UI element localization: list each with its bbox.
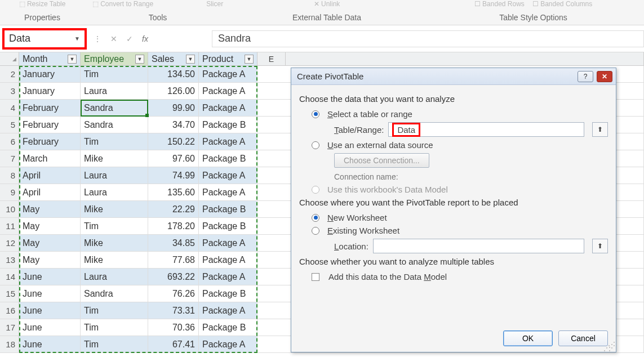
cell-employee[interactable]: Laura xyxy=(81,167,148,184)
cell-sales[interactable]: 67.41 xyxy=(148,336,199,352)
cell-month[interactable]: May xyxy=(19,201,81,217)
cell-product[interactable]: Package A xyxy=(199,269,257,285)
row-header[interactable]: 6 xyxy=(0,133,19,150)
cell-sales[interactable]: 693.22 xyxy=(148,269,199,285)
close-button[interactable]: ✕ xyxy=(597,71,612,82)
col-header-sales[interactable]: Sales▼ xyxy=(148,52,199,65)
row-header[interactable]: 17 xyxy=(0,319,19,336)
cell-product[interactable]: Package A xyxy=(199,133,257,150)
location-input[interactable] xyxy=(373,239,584,253)
cell-sales[interactable]: 134.50 xyxy=(148,66,199,82)
row-header[interactable]: 7 xyxy=(0,150,19,167)
cell-product[interactable]: Package B xyxy=(199,218,257,234)
cell-product[interactable]: Package B xyxy=(199,201,257,217)
cell-month[interactable]: February xyxy=(19,133,81,150)
cell-employee[interactable]: Sandra xyxy=(81,100,148,116)
cell-sales[interactable]: 22.29 xyxy=(148,201,199,217)
cell-month[interactable]: February xyxy=(19,117,81,133)
cell-month[interactable]: April xyxy=(19,167,81,184)
cell-sales[interactable]: 97.60 xyxy=(148,150,199,167)
convert-to-range-action[interactable]: ⬚ Convert to Range xyxy=(92,0,153,8)
ok-button[interactable]: OK xyxy=(503,330,553,346)
cell-employee[interactable]: Tim xyxy=(81,66,148,82)
cell-employee[interactable]: Mike xyxy=(81,150,148,167)
banded-cols-check[interactable]: ☐ Banded Columns xyxy=(532,0,592,8)
row-header[interactable]: 10 xyxy=(0,201,19,217)
row-header[interactable]: 2 xyxy=(0,66,19,82)
cell-employee[interactable]: Sandra xyxy=(81,117,148,133)
radio-new-worksheet[interactable] xyxy=(312,214,319,222)
row-header[interactable]: 18 xyxy=(0,336,19,352)
cell-sales[interactable]: 99.90 xyxy=(148,100,199,116)
cancel-formula-icon[interactable]: ✕ xyxy=(110,34,117,43)
cell-product[interactable]: Package A xyxy=(199,184,257,200)
cell-sales[interactable]: 74.99 xyxy=(148,167,199,184)
resize-table-action[interactable]: ⬚ Resize Table xyxy=(19,0,66,8)
cell-employee[interactable]: Mike xyxy=(81,235,148,251)
cell-month[interactable]: February xyxy=(19,100,81,116)
cell-product[interactable]: Package A xyxy=(199,167,257,184)
fx-icon[interactable]: fx xyxy=(142,34,148,43)
cell-employee[interactable]: Laura xyxy=(81,83,148,99)
name-box[interactable]: Data ▼ xyxy=(2,28,87,50)
cell-employee[interactable]: Tim xyxy=(81,133,148,150)
checkbox-add-to-model[interactable] xyxy=(312,273,319,281)
cell-product[interactable]: Package B xyxy=(199,150,257,167)
col-header-month[interactable]: Month▼ xyxy=(19,52,81,65)
row-header[interactable]: 8 xyxy=(0,167,19,184)
help-button[interactable]: ? xyxy=(578,71,593,82)
cell-sales[interactable]: 34.70 xyxy=(148,117,199,133)
unlink-action[interactable]: ✕ Unlink xyxy=(314,0,340,8)
row-header[interactable]: 12 xyxy=(0,235,19,251)
cell-sales[interactable]: 73.31 xyxy=(148,302,199,319)
accept-formula-icon[interactable]: ✓ xyxy=(126,34,133,43)
col-header-rest[interactable] xyxy=(286,52,644,65)
radio-existing-worksheet[interactable] xyxy=(312,227,319,235)
cell-sales[interactable]: 70.36 xyxy=(148,319,199,336)
cell-month[interactable]: June xyxy=(19,302,81,319)
cell-employee[interactable]: Tim xyxy=(81,302,148,319)
filter-dropdown-icon[interactable]: ▼ xyxy=(68,55,77,64)
cell-product[interactable]: Package A xyxy=(199,302,257,319)
cell-employee[interactable]: Sandra xyxy=(81,285,148,302)
cell-sales[interactable]: 76.26 xyxy=(148,285,199,302)
col-header-product[interactable]: Product▼ xyxy=(199,52,257,65)
row-header[interactable]: 5 xyxy=(0,117,19,133)
create-pivottable-dialog[interactable]: Create PivotTable ? ✕ Choose the data th… xyxy=(291,68,616,352)
cell-product[interactable]: Package A xyxy=(199,83,257,99)
location-picker-icon[interactable]: ⬆ xyxy=(592,239,608,253)
cell-month[interactable]: March xyxy=(19,150,81,167)
cell-month[interactable]: January xyxy=(19,66,81,82)
resize-grip-icon[interactable]: ⋰⋰⋰ xyxy=(603,343,614,350)
row-header[interactable]: 9 xyxy=(0,184,19,200)
cell-month[interactable]: May xyxy=(19,235,81,251)
radio-select-table[interactable] xyxy=(312,110,319,118)
cell-employee[interactable]: Laura xyxy=(81,269,148,285)
col-header-employee[interactable]: Employee▼ xyxy=(81,52,148,65)
cell-sales[interactable]: 34.85 xyxy=(148,235,199,251)
range-picker-icon[interactable]: ⬆ xyxy=(592,122,608,137)
radio-external-source[interactable] xyxy=(312,141,319,149)
cell-month[interactable]: April xyxy=(19,184,81,200)
slicer-action[interactable]: Slicer xyxy=(206,0,223,8)
row-header[interactable]: 11 xyxy=(0,218,19,234)
row-header[interactable]: 4 xyxy=(0,100,19,116)
cell-product[interactable]: Package A xyxy=(199,66,257,82)
cell-employee[interactable]: Laura xyxy=(81,184,148,200)
row-header[interactable]: 13 xyxy=(0,252,19,268)
formula-input[interactable] xyxy=(212,30,644,47)
cell-sales[interactable]: 77.68 xyxy=(148,252,199,268)
row-header[interactable]: 15 xyxy=(0,285,19,302)
choose-connection-button[interactable]: Choose Connection... xyxy=(334,153,429,168)
cell-product[interactable]: Package A xyxy=(199,235,257,251)
cell-month[interactable]: June xyxy=(19,285,81,302)
filter-dropdown-icon[interactable]: ▼ xyxy=(186,55,195,64)
row-header[interactable]: 16 xyxy=(0,302,19,319)
row-header[interactable]: 14 xyxy=(0,269,19,285)
row-header[interactable]: 3 xyxy=(0,83,19,99)
cell-month[interactable]: May xyxy=(19,218,81,234)
cancel-button[interactable]: Cancel xyxy=(558,330,608,346)
filter-dropdown-icon[interactable]: ▼ xyxy=(245,55,254,64)
cell-product[interactable]: Package A xyxy=(199,252,257,268)
name-box-dropdown-icon[interactable]: ▼ xyxy=(74,35,80,42)
